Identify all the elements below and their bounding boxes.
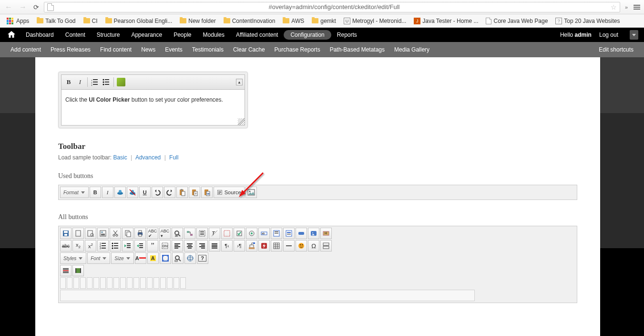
creatediv-icon[interactable]: DIV [159,240,171,252]
justifyblock-icon[interactable] [209,240,220,252]
indent-icon[interactable] [134,240,146,252]
justifyright-icon[interactable] [196,240,208,252]
spellcheck-icon[interactable]: ABC✔ [147,228,158,239]
submenu-item[interactable]: Media Gallery [389,46,434,53]
reload-button[interactable]: ⟳ [31,2,41,12]
anchor-icon[interactable] [246,240,257,252]
italic-button[interactable]: I [102,187,113,198]
form-icon[interactable] [221,228,233,239]
textcolor-icon[interactable]: A [135,252,146,264]
flash-icon[interactable] [258,240,270,252]
ui-color-button[interactable] [116,77,126,87]
empty-slot[interactable] [73,277,79,289]
removeformat-icon[interactable]: T [209,228,220,239]
admin-menu-item[interactable]: Content [60,32,91,38]
bidirtl-icon[interactable]: ›¶ [234,240,245,252]
empty-slot[interactable] [140,277,146,289]
link-button[interactable] [114,187,126,198]
submenu-item[interactable]: Find content [95,46,136,53]
radio-icon[interactable] [246,228,257,239]
outdent-icon[interactable] [122,240,133,252]
bullet-list-button[interactable] [101,77,112,87]
bookmark-item[interactable]: CI [81,16,101,26]
bookmark-item[interactable]: Pearson Global Engli... [102,16,175,26]
bookmark-item[interactable]: Core Java Web Page [483,16,551,26]
admin-menu-item[interactable]: People [168,32,197,38]
size-dropdown[interactable]: Size [111,252,133,264]
hello-user[interactable]: Hello admin [560,32,592,38]
bookmark-item[interactable]: JJava Tester - Home ... [411,16,481,26]
submenu-item[interactable]: Purchase Reports [270,46,325,53]
checkbox-icon[interactable] [234,228,245,239]
admin-menu-item[interactable]: Modules [197,32,230,38]
bookmark-item[interactable]: Talk To God [34,16,78,26]
mediaembed-icon[interactable] [72,265,84,276]
font-dropdown[interactable]: Font [87,252,110,264]
italic-button[interactable]: I [75,77,85,87]
admin-menu-item[interactable]: Structure [91,32,126,38]
empty-slot[interactable] [113,277,119,289]
newpage-icon[interactable] [72,228,84,239]
bookmark-item[interactable]: ?Top 20 Java Websites [552,16,623,26]
empty-slot[interactable] [147,277,153,289]
submenu-item[interactable]: Testimonials [187,46,228,53]
source-button[interactable]: Source [214,187,245,198]
empty-slot[interactable] [87,277,92,289]
maximize-icon[interactable] [160,252,171,264]
empty-slot[interactable] [80,277,86,289]
apps-button[interactable]: Apps [4,16,32,26]
templates-icon[interactable] [97,228,109,239]
drupalbreak-icon[interactable] [60,265,72,276]
empty-row[interactable] [60,290,475,301]
bookmark-star-icon[interactable]: ☆ [611,3,617,11]
table-icon[interactable] [271,240,282,252]
imagebutton-icon[interactable] [308,228,319,239]
find-icon[interactable]: ab [172,228,183,239]
resize-handle-icon[interactable] [238,118,245,125]
address-bar[interactable]: #overlay=admin/config/content/ckeditor/e… [44,2,620,12]
image-button[interactable] [245,187,257,198]
empty-slot[interactable] [174,277,179,289]
back-button[interactable]: ← [3,2,14,12]
button-icon[interactable] [296,228,307,239]
styles-dropdown[interactable]: Styles [60,252,86,264]
bulletedlist-icon[interactable] [110,240,121,252]
shortcuts-dropdown[interactable] [630,30,638,40]
textarea-icon[interactable] [271,228,282,239]
numbered-list-button[interactable]: 123 [90,77,100,87]
admin-menu-item[interactable]: Affiliated content [230,32,284,38]
iframe-icon[interactable] [184,252,196,264]
empty-slot[interactable] [127,277,133,289]
preview-icon[interactable] [85,228,96,239]
bookmark-item[interactable]: UMetrogyl - Metronid... [341,16,409,26]
submenu-item[interactable]: Events [160,46,187,53]
admin-menu-item[interactable]: Configuration [284,30,331,40]
justifycenter-icon[interactable] [184,240,195,252]
save-icon[interactable] [60,228,72,239]
empty-slot[interactable] [93,277,99,289]
specialchar-icon[interactable]: Ω [308,240,319,252]
bookmark-item[interactable]: New folder [177,16,218,26]
sample-basic-link[interactable]: Basic [113,154,127,161]
edit-shortcuts[interactable]: Edit shortcuts [594,46,638,53]
bidiltr-icon[interactable]: ¶‹ [221,240,233,252]
cut-icon[interactable] [110,228,121,239]
submenu-item[interactable]: Press Releases [46,46,95,53]
blockquote-icon[interactable]: ” [147,240,158,252]
paste-text-button[interactable]: T [189,187,200,198]
print-icon[interactable] [134,228,146,239]
submenu-item[interactable]: Path-Based Metatags [325,46,389,53]
sample-advanced-link[interactable]: Advanced [135,154,161,161]
format-dropdown[interactable]: Format [60,187,89,198]
submenu-item[interactable]: News [136,46,160,53]
admin-menu-item[interactable]: Dashboard [20,32,60,38]
overflow-chevron[interactable]: » [625,4,628,10]
selectall-icon[interactable] [196,228,208,239]
copy-icon[interactable] [122,228,133,239]
superscript-icon[interactable]: x2 [85,240,96,252]
bookmark-item[interactable]: ContentInovation [221,16,278,26]
pagebreak-icon[interactable] [320,240,332,252]
redo-button[interactable] [164,187,175,198]
subscript-icon[interactable]: x2 [72,240,84,252]
empty-slot[interactable] [107,277,112,289]
